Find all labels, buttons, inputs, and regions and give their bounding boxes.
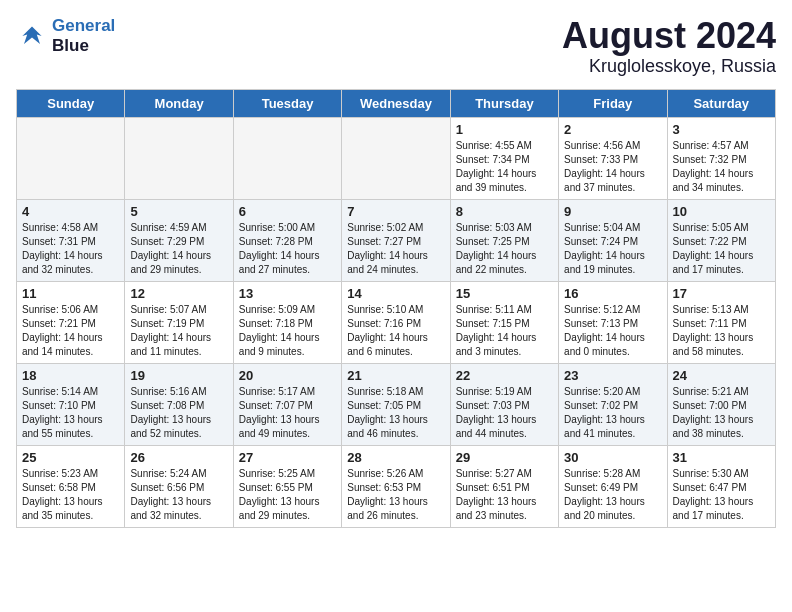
day-number: 15 bbox=[456, 286, 553, 301]
day-info: Sunrise: 5:19 AMSunset: 7:03 PMDaylight:… bbox=[456, 385, 553, 441]
calendar-week-row: 11Sunrise: 5:06 AMSunset: 7:21 PMDayligh… bbox=[17, 281, 776, 363]
logo: General Blue bbox=[16, 16, 115, 56]
calendar-cell: 28Sunrise: 5:26 AMSunset: 6:53 PMDayligh… bbox=[342, 445, 450, 527]
page-header: General Blue August 2024 Kruglolesskoye,… bbox=[16, 16, 776, 77]
day-number: 8 bbox=[456, 204, 553, 219]
calendar-cell bbox=[17, 117, 125, 199]
day-info: Sunrise: 5:00 AMSunset: 7:28 PMDaylight:… bbox=[239, 221, 336, 277]
calendar-cell: 31Sunrise: 5:30 AMSunset: 6:47 PMDayligh… bbox=[667, 445, 775, 527]
day-number: 3 bbox=[673, 122, 770, 137]
calendar-cell bbox=[125, 117, 233, 199]
day-number: 18 bbox=[22, 368, 119, 383]
svg-marker-0 bbox=[22, 26, 41, 44]
day-info: Sunrise: 5:09 AMSunset: 7:18 PMDaylight:… bbox=[239, 303, 336, 359]
calendar-cell: 27Sunrise: 5:25 AMSunset: 6:55 PMDayligh… bbox=[233, 445, 341, 527]
day-info: Sunrise: 4:58 AMSunset: 7:31 PMDaylight:… bbox=[22, 221, 119, 277]
calendar-week-row: 4Sunrise: 4:58 AMSunset: 7:31 PMDaylight… bbox=[17, 199, 776, 281]
day-number: 7 bbox=[347, 204, 444, 219]
calendar-cell: 24Sunrise: 5:21 AMSunset: 7:00 PMDayligh… bbox=[667, 363, 775, 445]
day-info: Sunrise: 5:04 AMSunset: 7:24 PMDaylight:… bbox=[564, 221, 661, 277]
day-info: Sunrise: 5:05 AMSunset: 7:22 PMDaylight:… bbox=[673, 221, 770, 277]
calendar-cell: 12Sunrise: 5:07 AMSunset: 7:19 PMDayligh… bbox=[125, 281, 233, 363]
calendar-cell bbox=[233, 117, 341, 199]
day-number: 1 bbox=[456, 122, 553, 137]
day-number: 13 bbox=[239, 286, 336, 301]
calendar-cell: 10Sunrise: 5:05 AMSunset: 7:22 PMDayligh… bbox=[667, 199, 775, 281]
day-number: 12 bbox=[130, 286, 227, 301]
day-number: 25 bbox=[22, 450, 119, 465]
day-number: 24 bbox=[673, 368, 770, 383]
day-info: Sunrise: 5:06 AMSunset: 7:21 PMDaylight:… bbox=[22, 303, 119, 359]
header-row: SundayMondayTuesdayWednesdayThursdayFrid… bbox=[17, 89, 776, 117]
day-info: Sunrise: 5:18 AMSunset: 7:05 PMDaylight:… bbox=[347, 385, 444, 441]
day-info: Sunrise: 5:13 AMSunset: 7:11 PMDaylight:… bbox=[673, 303, 770, 359]
day-info: Sunrise: 5:20 AMSunset: 7:02 PMDaylight:… bbox=[564, 385, 661, 441]
calendar-cell bbox=[342, 117, 450, 199]
calendar-cell: 11Sunrise: 5:06 AMSunset: 7:21 PMDayligh… bbox=[17, 281, 125, 363]
day-info: Sunrise: 5:27 AMSunset: 6:51 PMDaylight:… bbox=[456, 467, 553, 523]
day-info: Sunrise: 5:07 AMSunset: 7:19 PMDaylight:… bbox=[130, 303, 227, 359]
logo-icon bbox=[16, 20, 48, 52]
calendar-cell: 20Sunrise: 5:17 AMSunset: 7:07 PMDayligh… bbox=[233, 363, 341, 445]
day-number: 2 bbox=[564, 122, 661, 137]
calendar-cell: 21Sunrise: 5:18 AMSunset: 7:05 PMDayligh… bbox=[342, 363, 450, 445]
page-subtitle: Kruglolesskoye, Russia bbox=[562, 56, 776, 77]
day-info: Sunrise: 5:11 AMSunset: 7:15 PMDaylight:… bbox=[456, 303, 553, 359]
calendar-cell: 25Sunrise: 5:23 AMSunset: 6:58 PMDayligh… bbox=[17, 445, 125, 527]
day-number: 16 bbox=[564, 286, 661, 301]
day-number: 22 bbox=[456, 368, 553, 383]
day-info: Sunrise: 5:25 AMSunset: 6:55 PMDaylight:… bbox=[239, 467, 336, 523]
day-info: Sunrise: 5:12 AMSunset: 7:13 PMDaylight:… bbox=[564, 303, 661, 359]
calendar-week-row: 25Sunrise: 5:23 AMSunset: 6:58 PMDayligh… bbox=[17, 445, 776, 527]
weekday-header: Thursday bbox=[450, 89, 558, 117]
calendar-cell: 2Sunrise: 4:56 AMSunset: 7:33 PMDaylight… bbox=[559, 117, 667, 199]
calendar-week-row: 1Sunrise: 4:55 AMSunset: 7:34 PMDaylight… bbox=[17, 117, 776, 199]
calendar-table: SundayMondayTuesdayWednesdayThursdayFrid… bbox=[16, 89, 776, 528]
day-number: 17 bbox=[673, 286, 770, 301]
day-info: Sunrise: 5:21 AMSunset: 7:00 PMDaylight:… bbox=[673, 385, 770, 441]
calendar-cell: 30Sunrise: 5:28 AMSunset: 6:49 PMDayligh… bbox=[559, 445, 667, 527]
day-number: 4 bbox=[22, 204, 119, 219]
calendar-cell: 26Sunrise: 5:24 AMSunset: 6:56 PMDayligh… bbox=[125, 445, 233, 527]
day-number: 27 bbox=[239, 450, 336, 465]
calendar-week-row: 18Sunrise: 5:14 AMSunset: 7:10 PMDayligh… bbox=[17, 363, 776, 445]
day-number: 30 bbox=[564, 450, 661, 465]
day-info: Sunrise: 5:30 AMSunset: 6:47 PMDaylight:… bbox=[673, 467, 770, 523]
calendar-cell: 7Sunrise: 5:02 AMSunset: 7:27 PMDaylight… bbox=[342, 199, 450, 281]
calendar-cell: 6Sunrise: 5:00 AMSunset: 7:28 PMDaylight… bbox=[233, 199, 341, 281]
calendar-cell: 8Sunrise: 5:03 AMSunset: 7:25 PMDaylight… bbox=[450, 199, 558, 281]
calendar-cell: 18Sunrise: 5:14 AMSunset: 7:10 PMDayligh… bbox=[17, 363, 125, 445]
day-info: Sunrise: 5:23 AMSunset: 6:58 PMDaylight:… bbox=[22, 467, 119, 523]
day-number: 11 bbox=[22, 286, 119, 301]
calendar-cell: 13Sunrise: 5:09 AMSunset: 7:18 PMDayligh… bbox=[233, 281, 341, 363]
day-number: 23 bbox=[564, 368, 661, 383]
day-number: 9 bbox=[564, 204, 661, 219]
calendar-cell: 29Sunrise: 5:27 AMSunset: 6:51 PMDayligh… bbox=[450, 445, 558, 527]
weekday-header: Tuesday bbox=[233, 89, 341, 117]
day-info: Sunrise: 4:59 AMSunset: 7:29 PMDaylight:… bbox=[130, 221, 227, 277]
weekday-header: Saturday bbox=[667, 89, 775, 117]
calendar-cell: 15Sunrise: 5:11 AMSunset: 7:15 PMDayligh… bbox=[450, 281, 558, 363]
page-title: August 2024 bbox=[562, 16, 776, 56]
day-number: 5 bbox=[130, 204, 227, 219]
weekday-header: Sunday bbox=[17, 89, 125, 117]
calendar-cell: 16Sunrise: 5:12 AMSunset: 7:13 PMDayligh… bbox=[559, 281, 667, 363]
day-info: Sunrise: 5:02 AMSunset: 7:27 PMDaylight:… bbox=[347, 221, 444, 277]
day-number: 29 bbox=[456, 450, 553, 465]
day-number: 10 bbox=[673, 204, 770, 219]
day-info: Sunrise: 5:17 AMSunset: 7:07 PMDaylight:… bbox=[239, 385, 336, 441]
day-number: 28 bbox=[347, 450, 444, 465]
day-number: 31 bbox=[673, 450, 770, 465]
calendar-cell: 4Sunrise: 4:58 AMSunset: 7:31 PMDaylight… bbox=[17, 199, 125, 281]
day-number: 19 bbox=[130, 368, 227, 383]
day-info: Sunrise: 5:24 AMSunset: 6:56 PMDaylight:… bbox=[130, 467, 227, 523]
day-number: 14 bbox=[347, 286, 444, 301]
title-block: August 2024 Kruglolesskoye, Russia bbox=[562, 16, 776, 77]
calendar-cell: 9Sunrise: 5:04 AMSunset: 7:24 PMDaylight… bbox=[559, 199, 667, 281]
day-info: Sunrise: 5:16 AMSunset: 7:08 PMDaylight:… bbox=[130, 385, 227, 441]
day-info: Sunrise: 4:55 AMSunset: 7:34 PMDaylight:… bbox=[456, 139, 553, 195]
calendar-header: SundayMondayTuesdayWednesdayThursdayFrid… bbox=[17, 89, 776, 117]
weekday-header: Monday bbox=[125, 89, 233, 117]
day-info: Sunrise: 5:14 AMSunset: 7:10 PMDaylight:… bbox=[22, 385, 119, 441]
day-number: 21 bbox=[347, 368, 444, 383]
